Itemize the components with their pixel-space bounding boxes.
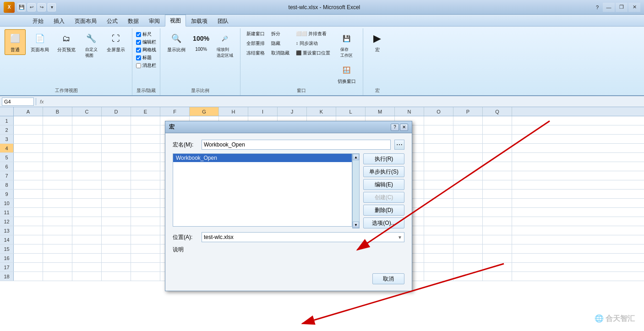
page-break-label: 分页预览	[57, 47, 76, 53]
description-area: 说明	[173, 246, 404, 269]
location-row: 位置(A): test-wlc.xlsx ▼	[173, 232, 404, 242]
switch-window-label: 切换窗口	[338, 78, 356, 85]
zoom-label-group: 显示比例	[164, 87, 236, 95]
description-label: 说明	[173, 246, 404, 254]
zoom-icon: 🔍	[169, 31, 184, 46]
normal-view-icon: ⬜	[8, 31, 22, 46]
formula-input[interactable]	[48, 98, 642, 106]
dialog-title: 宏	[169, 123, 175, 131]
cancel-btn[interactable]: 取消	[372, 273, 404, 284]
showhide-checkboxes: 标尺 编辑栏 网格线 标题 消息栏	[136, 29, 156, 71]
delete-macro-btn[interactable]: 删除(D)	[363, 205, 404, 216]
macro-name-label: 宏名(M):	[173, 141, 198, 149]
create-macro-btn[interactable]: 创建(C)	[363, 192, 404, 203]
page-layout-view-btn[interactable]: 📄 页面布局	[27, 29, 52, 55]
help-icon[interactable]: ?	[593, 3, 602, 12]
edit-macro-btn[interactable]: 编辑(E)	[363, 179, 404, 190]
normal-view-btn[interactable]: ⬜ 普通	[5, 29, 26, 55]
tab-addins[interactable]: 加载项	[186, 15, 213, 27]
tab-formula[interactable]: 公式	[102, 15, 123, 27]
tab-view[interactable]: 视图	[165, 15, 186, 27]
save-workspace-btn[interactable]: 💾 保存工作区	[334, 29, 359, 60]
customize-quick-btn[interactable]: ▾	[48, 3, 56, 11]
msgbar-checkbox[interactable]	[136, 63, 141, 68]
step-macro-btn[interactable]: 单步执行(S)	[363, 166, 404, 177]
macro-list-item-workbook-open[interactable]: Workbook_Open	[173, 154, 352, 162]
macro-btn[interactable]: ▶ 宏	[367, 29, 388, 55]
ribbon-group-zoom: 🔍 显示比例 100% 100% 🔎 缩放到选定区域 显示比例	[160, 28, 240, 95]
macro-browse-btn[interactable]: ⋯	[394, 140, 404, 150]
ruler-checkbox[interactable]	[136, 32, 141, 37]
gridlines-checkbox[interactable]	[136, 48, 141, 53]
tab-start[interactable]: 开始	[27, 15, 49, 27]
location-dropdown-arrow-icon: ▼	[398, 235, 402, 240]
window-title: test-wlc.xlsx - Microsoft Excel	[56, 4, 593, 11]
macro-list[interactable]: Workbook_Open	[173, 153, 352, 227]
save-workspace-label: 保存工作区	[340, 47, 353, 59]
save-workspace-icon: 💾	[339, 31, 354, 46]
page-layout-label: 页面布局	[31, 47, 49, 53]
hide-btn[interactable]: 隐藏	[269, 39, 292, 48]
switch-window-icon: 🪟	[339, 63, 354, 77]
cell-reference[interactable]: G4	[2, 98, 34, 106]
ribbon-group-macro: ▶ 宏 宏	[363, 28, 392, 95]
custom-view-btn[interactable]: 🔧 自定义视图	[81, 29, 102, 60]
page-break-icon: 🗂	[59, 31, 74, 46]
tab-team[interactable]: 团队	[213, 15, 234, 27]
undo-quick-btn[interactable]: ↩	[27, 3, 36, 11]
minimize-btn[interactable]: —	[603, 3, 615, 12]
fullscreen-label: 全屏显示	[107, 47, 125, 53]
save-quick-btn[interactable]: 💾	[17, 3, 26, 11]
tab-review[interactable]: 审阅	[144, 15, 165, 27]
macro-label: 宏	[375, 47, 380, 53]
zoom100-btn[interactable]: 100% 100%	[191, 29, 212, 54]
fullscreen-btn[interactable]: ⛶ 全屏显示	[104, 29, 128, 55]
editbar-checkbox-label[interactable]: 编辑栏	[136, 39, 156, 45]
showhide-content: 标尺 编辑栏 网格线 标题 消息栏	[136, 29, 156, 87]
location-value: test-wlc.xlsx	[204, 234, 234, 240]
ribbon-tabs: 开始 插入 页面布局 公式 数据 审阅 视图 加载项 团队	[0, 15, 644, 27]
scrollbar-down-btn[interactable]: ▼	[353, 222, 359, 228]
headings-checkbox-label[interactable]: 标题	[136, 54, 156, 61]
macro-content: ▶ 宏	[367, 29, 388, 87]
arrange-all-btn[interactable]: 全部重排	[244, 39, 267, 48]
fx-label: fx	[38, 99, 46, 104]
window-col2: 拆分 隐藏 取消隐藏	[269, 29, 292, 58]
window-col4: 💾 保存工作区 🪟 切换窗口	[334, 29, 359, 87]
run-macro-btn[interactable]: 执行(R)	[363, 153, 404, 164]
split-btn[interactable]: 拆分	[269, 29, 292, 38]
macro-list-scrollbar: ▲ ▼	[352, 153, 360, 228]
macro-name-input[interactable]	[202, 140, 391, 150]
ruler-checkbox-label[interactable]: 标尺	[136, 31, 156, 38]
unhide-btn[interactable]: 取消隐藏	[269, 49, 292, 58]
zoom-btn[interactable]: 🔍 显示比例	[164, 29, 189, 55]
showhide-label: 显示/隐藏	[136, 87, 156, 95]
tab-data[interactable]: 数据	[123, 15, 144, 27]
headings-checkbox[interactable]	[136, 55, 141, 60]
msgbar-checkbox-label[interactable]: 消息栏	[136, 62, 156, 69]
page-break-view-btn[interactable]: 🗂 分页预览	[54, 29, 79, 55]
window-col3: ⬜⬜ 并排查看 ↕ 同步滚动 ⬛ 重设窗口位置	[294, 29, 333, 58]
ribbon-group-showhide: 标尺 编辑栏 网格线 标题 消息栏 显示/隐藏	[132, 28, 160, 95]
location-select[interactable]: test-wlc.xlsx ▼	[202, 232, 404, 242]
new-window-btn[interactable]: 新建窗口	[244, 29, 267, 38]
view-side-by-side-btn[interactable]: ⬜⬜ 并排查看	[294, 29, 333, 38]
redo-quick-btn[interactable]: ↪	[38, 3, 46, 11]
formula-divider	[36, 98, 36, 105]
options-macro-btn[interactable]: 选项(O)...	[363, 217, 404, 228]
tab-insert[interactable]: 插入	[49, 15, 70, 27]
scrollbar-up-btn[interactable]: ▲	[353, 154, 359, 160]
close-btn[interactable]: ✕	[628, 3, 640, 12]
reset-window-btn[interactable]: ⬛ 重设窗口位置	[294, 49, 333, 58]
office-logo-icon: X	[4, 2, 15, 13]
zoom-selection-btn[interactable]: 🔎 缩放到选定区域	[213, 29, 236, 60]
tab-pagelayout[interactable]: 页面布局	[70, 15, 102, 27]
freeze-panes-btn[interactable]: 冻结窗格	[244, 49, 267, 58]
restore-btn[interactable]: ❐	[616, 3, 628, 12]
sync-scroll-btn[interactable]: ↕ 同步滚动	[294, 39, 333, 48]
dialog-help-btn[interactable]: ?	[391, 124, 399, 131]
dialog-close-btn[interactable]: ✕	[400, 124, 408, 131]
gridlines-checkbox-label[interactable]: 网格线	[136, 47, 156, 53]
editbar-checkbox[interactable]	[136, 40, 141, 45]
switch-window-btn[interactable]: 🪟 切换窗口	[334, 61, 359, 87]
